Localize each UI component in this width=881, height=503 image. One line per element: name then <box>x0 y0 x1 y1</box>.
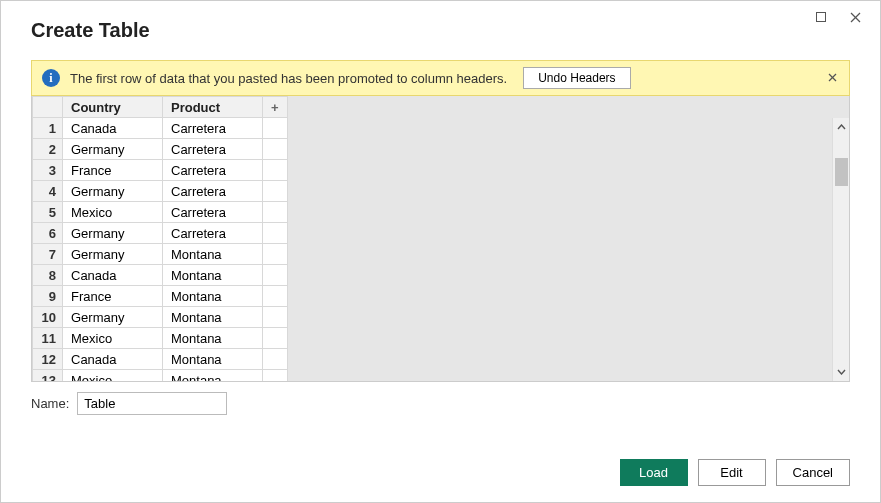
undo-headers-button[interactable]: Undo Headers <box>523 67 630 89</box>
cell-country[interactable]: Germany <box>63 307 163 328</box>
cell-country[interactable]: Mexico <box>63 370 163 382</box>
table-row[interactable]: 13MexicoMontana <box>33 370 288 382</box>
cell-product[interactable]: Montana <box>163 286 263 307</box>
cell-empty[interactable] <box>263 118 288 139</box>
table-row[interactable]: 5MexicoCarretera <box>33 202 288 223</box>
row-number[interactable]: 4 <box>33 181 63 202</box>
cell-product[interactable]: Carretera <box>163 202 263 223</box>
column-header-country[interactable]: Country <box>63 97 163 118</box>
info-message: The first row of data that you pasted ha… <box>70 71 507 86</box>
corner-cell[interactable] <box>33 97 63 118</box>
dialog-title: Create Table <box>1 1 180 52</box>
table-row[interactable]: 4GermanyCarretera <box>33 181 288 202</box>
row-number[interactable]: 7 <box>33 244 63 265</box>
row-number[interactable]: 10 <box>33 307 63 328</box>
close-icon <box>828 73 837 82</box>
cell-country[interactable]: Germany <box>63 181 163 202</box>
row-number[interactable]: 6 <box>33 223 63 244</box>
cell-country[interactable]: Mexico <box>63 202 163 223</box>
cell-country[interactable]: Canada <box>63 349 163 370</box>
cell-product[interactable]: Carretera <box>163 223 263 244</box>
row-number[interactable]: 8 <box>33 265 63 286</box>
cell-empty[interactable] <box>263 349 288 370</box>
add-column-button[interactable]: + <box>263 97 288 118</box>
cell-product[interactable]: Carretera <box>163 118 263 139</box>
maximize-button[interactable] <box>804 5 838 29</box>
vertical-scrollbar[interactable] <box>832 118 849 381</box>
name-row: Name: <box>1 382 880 415</box>
cell-country[interactable]: Germany <box>63 244 163 265</box>
table-row[interactable]: 6GermanyCarretera <box>33 223 288 244</box>
column-header-product[interactable]: Product <box>163 97 263 118</box>
info-icon: i <box>42 69 60 87</box>
row-number[interactable]: 1 <box>33 118 63 139</box>
cell-empty[interactable] <box>263 244 288 265</box>
cell-product[interactable]: Montana <box>163 370 263 382</box>
row-number[interactable]: 12 <box>33 349 63 370</box>
data-table-wrap: Country Product + 1CanadaCarretera2Germa… <box>32 96 288 381</box>
cell-empty[interactable] <box>263 328 288 349</box>
dialog-footer: Load Edit Cancel <box>620 459 850 486</box>
info-close-button[interactable] <box>824 67 841 89</box>
cell-product[interactable]: Montana <box>163 328 263 349</box>
cell-empty[interactable] <box>263 160 288 181</box>
row-number[interactable]: 3 <box>33 160 63 181</box>
row-number[interactable]: 5 <box>33 202 63 223</box>
title-bar: Create Table <box>1 1 880 52</box>
scroll-up-arrow[interactable] <box>833 118 849 136</box>
cell-product[interactable]: Montana <box>163 244 263 265</box>
cell-empty[interactable] <box>263 265 288 286</box>
scroll-thumb[interactable] <box>835 158 848 186</box>
cell-product[interactable]: Carretera <box>163 160 263 181</box>
close-icon <box>850 12 861 23</box>
row-number[interactable]: 9 <box>33 286 63 307</box>
table-row[interactable]: 10GermanyMontana <box>33 307 288 328</box>
table-row[interactable]: 2GermanyCarretera <box>33 139 288 160</box>
cell-empty[interactable] <box>263 202 288 223</box>
table-row[interactable]: 8CanadaMontana <box>33 265 288 286</box>
cell-country[interactable]: France <box>63 160 163 181</box>
window-controls <box>804 1 880 29</box>
cell-product[interactable]: Montana <box>163 265 263 286</box>
cell-empty[interactable] <box>263 181 288 202</box>
row-number[interactable]: 13 <box>33 370 63 382</box>
chevron-down-icon <box>837 369 846 375</box>
table-row[interactable]: 1CanadaCarretera <box>33 118 288 139</box>
cell-empty[interactable] <box>263 370 288 382</box>
row-number[interactable]: 2 <box>33 139 63 160</box>
close-button[interactable] <box>838 5 872 29</box>
cell-product[interactable]: Carretera <box>163 181 263 202</box>
table-row[interactable]: 12CanadaMontana <box>33 349 288 370</box>
cell-product[interactable]: Montana <box>163 349 263 370</box>
grid-empty-area <box>288 96 849 381</box>
cell-empty[interactable] <box>263 307 288 328</box>
cell-country[interactable]: Mexico <box>63 328 163 349</box>
name-label: Name: <box>31 396 69 411</box>
cancel-button[interactable]: Cancel <box>776 459 850 486</box>
cell-country[interactable]: Germany <box>63 139 163 160</box>
table-row[interactable]: 3FranceCarretera <box>33 160 288 181</box>
table-row[interactable]: 9FranceMontana <box>33 286 288 307</box>
svg-rect-0 <box>817 13 826 22</box>
load-button[interactable]: Load <box>620 459 688 486</box>
table-name-input[interactable] <box>77 392 227 415</box>
cell-empty[interactable] <box>263 139 288 160</box>
cell-country[interactable]: Germany <box>63 223 163 244</box>
cell-product[interactable]: Montana <box>163 307 263 328</box>
scroll-down-arrow[interactable] <box>833 363 849 381</box>
table-row[interactable]: 7GermanyMontana <box>33 244 288 265</box>
cell-empty[interactable] <box>263 286 288 307</box>
data-table[interactable]: Country Product + 1CanadaCarretera2Germa… <box>32 96 288 381</box>
cell-country[interactable]: Canada <box>63 118 163 139</box>
cell-empty[interactable] <box>263 223 288 244</box>
table-row[interactable]: 11MexicoMontana <box>33 328 288 349</box>
maximize-icon <box>816 12 826 22</box>
create-table-dialog: Create Table i The first row of data tha… <box>0 0 881 503</box>
row-number[interactable]: 11 <box>33 328 63 349</box>
cell-country[interactable]: France <box>63 286 163 307</box>
data-grid-area: Country Product + 1CanadaCarretera2Germa… <box>31 96 850 382</box>
edit-button[interactable]: Edit <box>698 459 766 486</box>
chevron-up-icon <box>837 124 846 130</box>
cell-country[interactable]: Canada <box>63 265 163 286</box>
cell-product[interactable]: Carretera <box>163 139 263 160</box>
